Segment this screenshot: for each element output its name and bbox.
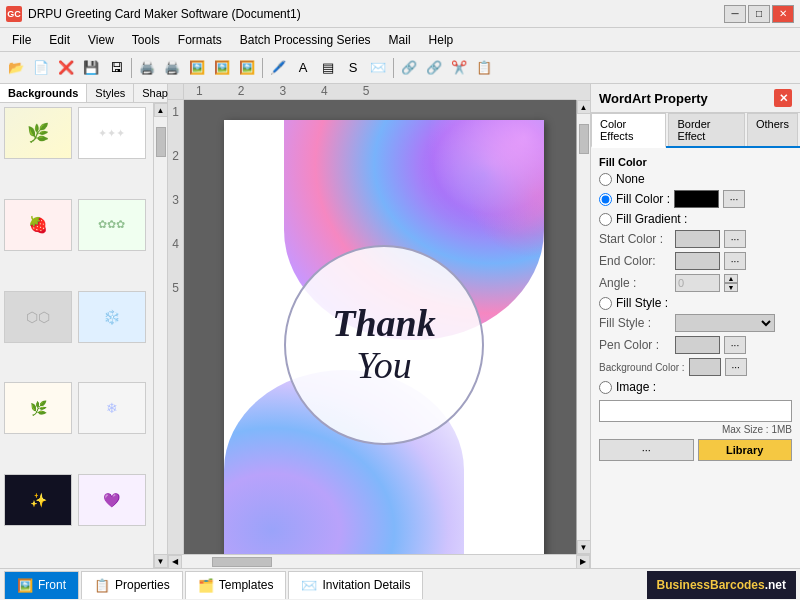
- card-background: Thank You: [224, 120, 544, 554]
- panel-tabs: Backgrounds Styles Shapes: [0, 84, 167, 103]
- bg-thumb-5[interactable]: ⬡⬡: [4, 291, 72, 343]
- start-color-swatch[interactable]: [675, 230, 720, 248]
- tab-backgrounds[interactable]: Backgrounds: [0, 84, 87, 102]
- tb-text[interactable]: A: [291, 56, 315, 80]
- tb-email[interactable]: ✉️: [366, 56, 390, 80]
- tab-styles[interactable]: Styles: [87, 84, 134, 102]
- bg-color-swatch[interactable]: [689, 358, 721, 376]
- pen-color-swatch[interactable]: [675, 336, 720, 354]
- close-button[interactable]: ✕: [772, 5, 794, 23]
- wordart-close-button[interactable]: ✕: [774, 89, 792, 107]
- fill-gradient-radio[interactable]: [599, 213, 612, 226]
- tab-border-effect[interactable]: Border Effect: [668, 113, 745, 146]
- start-color-row: Start Color : ···: [599, 230, 792, 248]
- tb-draw[interactable]: 🖊️: [266, 56, 290, 80]
- status-tab-front[interactable]: 🖼️ Front: [4, 571, 79, 599]
- menu-edit[interactable]: Edit: [41, 31, 78, 49]
- bg-thumb-7[interactable]: 🌿: [4, 382, 72, 434]
- menu-file[interactable]: File: [4, 31, 39, 49]
- bg-thumb-3[interactable]: 🍓: [4, 199, 72, 251]
- library-button[interactable]: Library: [698, 439, 793, 461]
- wordart-content: Fill Color None Fill Color : ··· Fill Gr…: [591, 148, 800, 568]
- end-color-row: End Color: ···: [599, 252, 792, 270]
- canvas-scroll-thumb-v[interactable]: [579, 124, 589, 154]
- bg-color-row: Background Color : ···: [599, 358, 792, 376]
- menu-batch-processing[interactable]: Batch Processing Series: [232, 31, 379, 49]
- menu-help[interactable]: Help: [421, 31, 462, 49]
- end-color-swatch[interactable]: [675, 252, 720, 270]
- maximize-button[interactable]: □: [748, 5, 770, 23]
- canvas-scroll-thumb-h[interactable]: [212, 557, 272, 567]
- angle-spin-down[interactable]: ▼: [724, 283, 738, 292]
- menu-tools[interactable]: Tools: [124, 31, 168, 49]
- tb-tool4[interactable]: 📋: [472, 56, 496, 80]
- scroll-thumb[interactable]: [156, 127, 166, 157]
- status-tab-templates-label: Templates: [219, 578, 274, 592]
- status-tab-templates[interactable]: 🗂️ Templates: [185, 571, 287, 599]
- bg-thumb-2[interactable]: ✦✦✦: [78, 107, 146, 159]
- menu-view[interactable]: View: [80, 31, 122, 49]
- front-icon: 🖼️: [17, 578, 33, 593]
- bg-thumb-6[interactable]: ❄️: [78, 291, 146, 343]
- start-color-picker-button[interactable]: ···: [724, 230, 746, 248]
- image-radio-row: Image :: [599, 380, 792, 394]
- tb-save2[interactable]: 🖫: [104, 56, 128, 80]
- canvas-scroll-up[interactable]: ▲: [577, 100, 591, 114]
- fill-color-swatch[interactable]: [674, 190, 719, 208]
- canvas-scroll-down[interactable]: ▼: [577, 540, 591, 554]
- fill-style-select[interactable]: [675, 314, 775, 332]
- bg-color-picker-button[interactable]: ···: [725, 358, 747, 376]
- tb-print[interactable]: 🖨️: [160, 56, 184, 80]
- fill-color-picker-button[interactable]: ···: [723, 190, 745, 208]
- title-controls[interactable]: ─ □ ✕: [724, 5, 794, 23]
- tb-tool3[interactable]: ✂️: [447, 56, 471, 80]
- canvas-scroll-right[interactable]: ▶: [576, 555, 590, 569]
- ruler-vertical: 12345: [168, 100, 184, 554]
- angle-input[interactable]: [675, 274, 720, 292]
- minimize-button[interactable]: ─: [724, 5, 746, 23]
- tb-img1[interactable]: 🖼️: [185, 56, 209, 80]
- bg-thumb-9[interactable]: ✨: [4, 474, 72, 526]
- menu-mail[interactable]: Mail: [381, 31, 419, 49]
- greeting-card[interactable]: Thank You: [224, 120, 544, 554]
- tb-open[interactable]: 📂: [4, 56, 28, 80]
- tb-img3[interactable]: 🖼️: [235, 56, 259, 80]
- tb-new[interactable]: 📄: [29, 56, 53, 80]
- tb-barcode[interactable]: ▤: [316, 56, 340, 80]
- bg-thumb-10[interactable]: 💜: [78, 474, 146, 526]
- canvas-scrollbar-v[interactable]: ▲ ▼: [576, 100, 590, 554]
- scroll-track: [154, 117, 168, 554]
- left-panel-scrollbar[interactable]: ▲ ▼: [153, 103, 167, 568]
- end-color-picker-button[interactable]: ···: [724, 252, 746, 270]
- tab-color-effects[interactable]: Color Effects: [591, 113, 666, 148]
- status-tab-properties[interactable]: 📋 Properties: [81, 571, 183, 599]
- brand-section: BusinessBarcodes .net: [647, 571, 796, 599]
- tb-close[interactable]: ❌: [54, 56, 78, 80]
- plain-button[interactable]: ···: [599, 439, 694, 461]
- scroll-down-arrow[interactable]: ▼: [154, 554, 168, 568]
- menu-formats[interactable]: Formats: [170, 31, 230, 49]
- fill-none-radio[interactable]: [599, 173, 612, 186]
- tb-tool1[interactable]: 🔗: [397, 56, 421, 80]
- pen-color-picker-button[interactable]: ···: [724, 336, 746, 354]
- canvas-scroll-left[interactable]: ◀: [168, 555, 182, 569]
- fill-style-select-row: Fill Style :: [599, 314, 792, 332]
- bg-thumb-1[interactable]: 🌿: [4, 107, 72, 159]
- tb-img2[interactable]: 🖼️: [210, 56, 234, 80]
- bg-thumb-4[interactable]: ✿✿✿: [78, 199, 146, 251]
- status-tab-invitation[interactable]: ✉️ Invitation Details: [288, 571, 423, 599]
- tb-save[interactable]: 💾: [79, 56, 103, 80]
- fill-style-radio[interactable]: [599, 297, 612, 310]
- tb-print-prev[interactable]: 🖨️: [135, 56, 159, 80]
- tb-tool2[interactable]: 🔗: [422, 56, 446, 80]
- fill-color-radio[interactable]: [599, 193, 612, 206]
- image-path-input[interactable]: [599, 400, 792, 422]
- angle-spin-up[interactable]: ▲: [724, 274, 738, 283]
- scroll-up-arrow[interactable]: ▲: [154, 103, 168, 117]
- canvas-scrollbar-h[interactable]: ◀ ▶: [168, 554, 590, 568]
- tb-wordart[interactable]: S: [341, 56, 365, 80]
- app-icon: GC: [6, 6, 22, 22]
- image-radio[interactable]: [599, 381, 612, 394]
- tab-others[interactable]: Others: [747, 113, 798, 146]
- bg-thumb-8[interactable]: ❄: [78, 382, 146, 434]
